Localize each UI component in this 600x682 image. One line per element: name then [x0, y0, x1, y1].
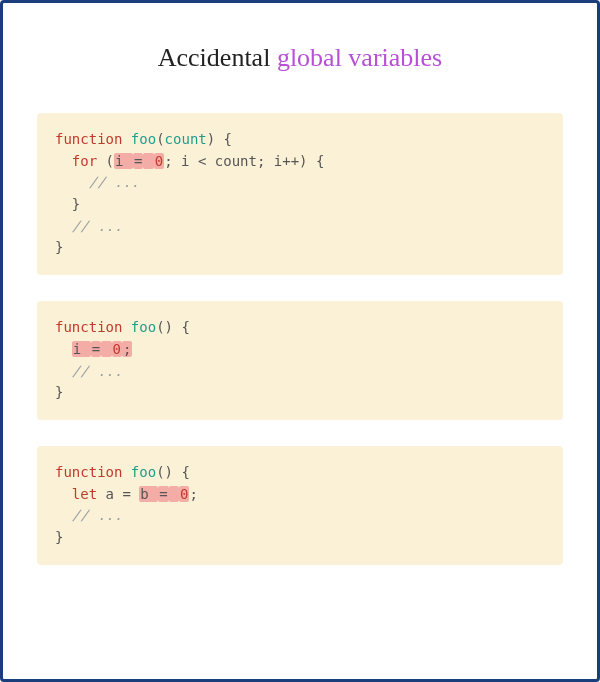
code-example-2: function foo() { i = 0; // ... } — [37, 301, 563, 420]
code-token: // ... — [72, 363, 123, 379]
code-token-highlight: i — [72, 341, 91, 357]
code-token-highlight: ; — [122, 341, 132, 357]
title-part2: global variables — [277, 43, 442, 72]
code-token — [55, 363, 72, 379]
code-token: ; i — [164, 153, 198, 169]
code-token-highlight — [169, 486, 179, 502]
code-token-highlight: = — [158, 486, 168, 502]
slide-title: Accidental global variables — [37, 43, 563, 73]
code-token: } — [55, 196, 80, 212]
code-token-highlight: 0 — [179, 486, 189, 502]
code-token: ( — [106, 153, 114, 169]
code-token: // ... — [72, 218, 123, 234]
code-token-highlight: i — [114, 153, 133, 169]
code-token — [55, 174, 89, 190]
code-token-highlight: = — [91, 341, 101, 357]
code-token: } — [55, 529, 63, 545]
code-token: () { — [156, 319, 190, 335]
code-token — [55, 218, 72, 234]
code-token: function — [55, 464, 131, 480]
code-token: } — [55, 384, 63, 400]
slide-frame: Accidental global variables function foo… — [0, 0, 600, 682]
code-token: ) { — [207, 131, 232, 147]
code-token-highlight: 0 — [112, 341, 122, 357]
code-token: count — [165, 131, 207, 147]
code-token: ++ — [282, 153, 299, 169]
code-token: let — [72, 486, 106, 502]
code-token-highlight — [101, 341, 111, 357]
code-token: } — [55, 239, 63, 255]
code-token: ; — [189, 486, 197, 502]
code-token: ( — [156, 131, 164, 147]
code-token: // ... — [72, 507, 123, 523]
code-token — [55, 507, 72, 523]
code-example-1: function foo(count) { for (i = 0; i < co… — [37, 113, 563, 275]
code-token-highlight — [143, 153, 153, 169]
code-token: for — [72, 153, 106, 169]
code-token: // ... — [89, 174, 140, 190]
code-token — [55, 153, 72, 169]
code-token — [55, 486, 72, 502]
code-token — [55, 341, 72, 357]
code-token: count; i — [206, 153, 282, 169]
code-token: ) { — [299, 153, 324, 169]
code-token: = — [122, 486, 139, 502]
code-token: foo — [131, 319, 156, 335]
code-token: foo — [131, 131, 156, 147]
code-token-highlight: 0 — [154, 153, 164, 169]
code-token-highlight: = — [133, 153, 143, 169]
code-token: function — [55, 131, 131, 147]
code-example-3: function foo() { let a = b = 0; // ... } — [37, 446, 563, 565]
code-token: a — [106, 486, 123, 502]
title-part1: Accidental — [158, 43, 277, 72]
code-token: function — [55, 319, 131, 335]
code-token: () { — [156, 464, 190, 480]
code-token-highlight: b — [139, 486, 158, 502]
code-token: foo — [131, 464, 156, 480]
